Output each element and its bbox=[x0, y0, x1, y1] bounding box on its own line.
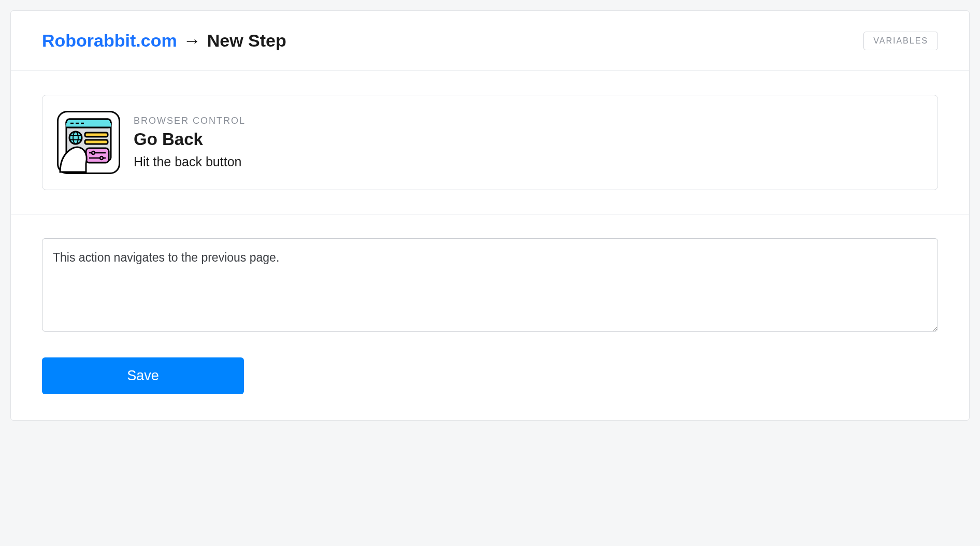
step-title: Go Back bbox=[134, 130, 246, 149]
form-section: Save bbox=[11, 214, 969, 420]
step-category-label: BROWSER CONTROL bbox=[134, 116, 246, 126]
svg-point-18 bbox=[100, 156, 103, 160]
main-container: Roborabbit.com → New Step VARIABLES bbox=[10, 10, 970, 421]
breadcrumb-link[interactable]: Roborabbit.com bbox=[42, 31, 177, 51]
step-info: BROWSER CONTROL Go Back Hit the back but… bbox=[134, 116, 246, 169]
step-card: BROWSER CONTROL Go Back Hit the back but… bbox=[42, 95, 938, 190]
svg-point-16 bbox=[92, 151, 95, 154]
save-button[interactable]: Save bbox=[42, 357, 244, 394]
arrow-right-icon: → bbox=[183, 31, 201, 51]
svg-rect-14 bbox=[86, 148, 109, 163]
svg-rect-12 bbox=[85, 133, 108, 137]
step-section: BROWSER CONTROL Go Back Hit the back but… bbox=[11, 71, 969, 214]
breadcrumb: Roborabbit.com → New Step bbox=[42, 31, 286, 51]
step-description: Hit the back button bbox=[134, 154, 246, 169]
breadcrumb-current: New Step bbox=[207, 31, 286, 51]
variables-button[interactable]: VARIABLES bbox=[863, 32, 938, 50]
browser-control-icon bbox=[57, 111, 120, 174]
action-description-input[interactable] bbox=[42, 238, 938, 332]
svg-rect-13 bbox=[85, 140, 108, 144]
svg-point-8 bbox=[69, 132, 82, 144]
page-header: Roborabbit.com → New Step VARIABLES bbox=[11, 11, 969, 71]
